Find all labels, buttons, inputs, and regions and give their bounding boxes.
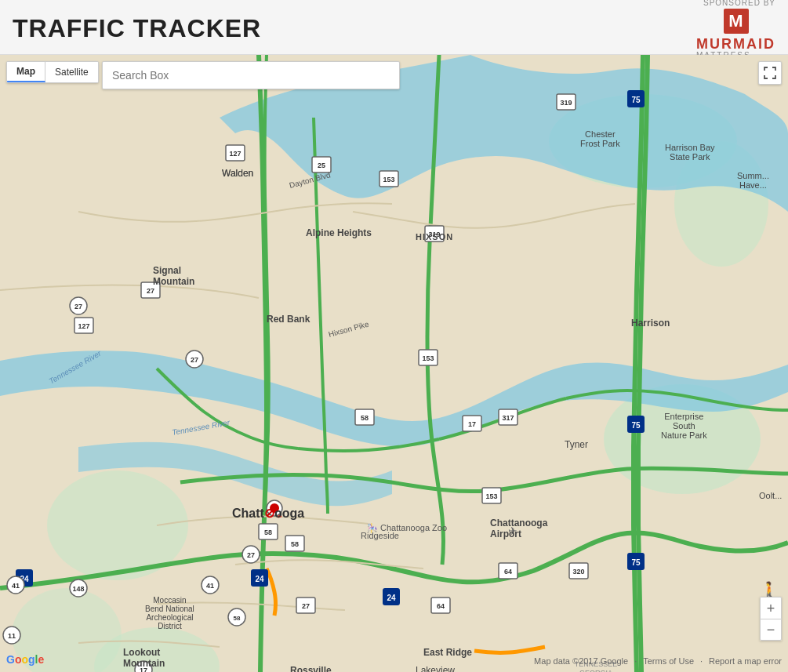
sponsor-name: MURMAID <box>696 37 775 51</box>
svg-text:153: 153 <box>383 176 394 183</box>
map-footer: Map data ©2017 Google · Terms of Use · R… <box>534 656 782 666</box>
svg-text:58: 58 <box>361 414 369 422</box>
svg-point-79 <box>270 503 279 513</box>
satellite-button[interactable]: Satellite <box>45 62 98 82</box>
svg-text:58: 58 <box>234 615 241 622</box>
map-container: 75 75 75 24 24 24 27 27 27 41 41 11 148 … <box>0 55 788 672</box>
sponsor-logo: M MURMAID MATTRESS <box>696 9 775 60</box>
sponsored-by-label: SPONSORED BY <box>703 0 775 7</box>
zoom-controls: + − <box>760 597 782 641</box>
report-link[interactable]: Report a map error <box>709 656 782 666</box>
svg-text:148: 148 <box>72 585 84 593</box>
map-svg: 75 75 75 24 24 24 27 27 27 41 41 11 148 … <box>0 55 788 672</box>
svg-text:127: 127 <box>229 150 241 158</box>
svg-text:64: 64 <box>437 602 445 610</box>
svg-text:17: 17 <box>468 420 476 428</box>
svg-text:58: 58 <box>264 529 272 536</box>
header: TRAFFIC TRACKER SPONSORED BY M MURMAID M… <box>0 0 788 55</box>
svg-text:153: 153 <box>485 492 497 500</box>
svg-text:320: 320 <box>572 568 584 576</box>
svg-text:27: 27 <box>302 602 310 610</box>
svg-text:153: 153 <box>422 354 434 362</box>
map-controls: Map Satellite <box>6 61 99 83</box>
svg-text:319: 319 <box>428 231 440 238</box>
svg-text:✈: ✈ <box>508 525 517 537</box>
sponsor-logo-icon: M <box>724 9 749 34</box>
fullscreen-button[interactable] <box>758 61 782 85</box>
svg-text:58: 58 <box>291 540 299 548</box>
google-logo: Google <box>6 653 44 666</box>
svg-text:17: 17 <box>140 667 147 672</box>
svg-text:27: 27 <box>247 551 255 559</box>
svg-text:75: 75 <box>631 558 641 567</box>
zoom-out-button[interactable]: − <box>760 619 782 641</box>
terms-link[interactable]: Terms of Use <box>643 656 694 666</box>
svg-text:24: 24 <box>255 575 264 583</box>
svg-text:27: 27 <box>147 287 154 295</box>
svg-text:25: 25 <box>318 162 325 169</box>
svg-text:319: 319 <box>560 99 572 107</box>
svg-text:41: 41 <box>206 582 214 590</box>
zoom-in-button[interactable]: + <box>760 597 782 619</box>
svg-text:24: 24 <box>387 594 396 602</box>
app-title: TRAFFIC TRACKER <box>13 14 261 43</box>
search-input[interactable] <box>102 61 400 89</box>
svg-text:41: 41 <box>12 582 20 590</box>
map-type-buttons: Map Satellite <box>6 61 99 83</box>
map-button[interactable]: Map <box>7 62 45 82</box>
svg-text:127: 127 <box>78 322 89 330</box>
footer-separator: · <box>634 656 637 666</box>
footer-separator2: · <box>700 656 703 666</box>
svg-text:75: 75 <box>631 421 641 430</box>
svg-text:64: 64 <box>504 568 512 576</box>
svg-text:27: 27 <box>74 303 82 311</box>
svg-text:GEORGIA: GEORGIA <box>579 669 612 672</box>
sponsor-area: SPONSORED BY M MURMAID MATTRESS <box>696 0 775 60</box>
svg-text:27: 27 <box>191 356 198 364</box>
svg-text:317: 317 <box>502 414 514 422</box>
map-data-text: Map data ©2017 Google <box>534 656 628 666</box>
svg-text:75: 75 <box>631 96 641 104</box>
svg-text:11: 11 <box>8 632 16 640</box>
search-box-container <box>102 61 400 89</box>
